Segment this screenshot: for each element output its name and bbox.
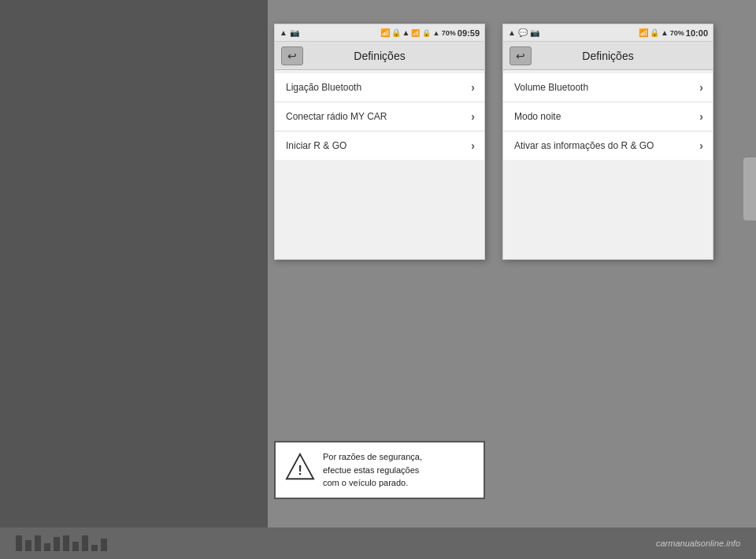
time-left: 09:59 bbox=[458, 28, 480, 38]
menu-list-right: Volume Bluetooth › Modo noite › Ativar a… bbox=[503, 70, 713, 163]
mark-8 bbox=[82, 535, 88, 551]
mark-5 bbox=[54, 537, 60, 551]
signal-bars-icon: ▲ bbox=[402, 28, 410, 37]
phone-screen-left: ▲ 📷 📶 🔒 ▲ 📶 🔒 ▲ 70% 09:59 ↩ Definições L… bbox=[274, 24, 485, 260]
phone-screen-right: ▲ 💬 📷 📶 🔒 ▲ 70% 10:00 ↩ Definições Volum… bbox=[502, 24, 713, 260]
status-bar-left: ▲ 📷 📶 🔒 ▲ 📶 🔒 ▲ 70% 09:59 bbox=[275, 24, 484, 42]
status-right-info: 📶 🔒 ▲ 📶 🔒 ▲ 70% 09:59 bbox=[380, 28, 480, 38]
menu-item-ativar-rgo[interactable]: Ativar as informações do R & GO › bbox=[503, 131, 713, 160]
page-background: ▲ 📷 📶 🔒 ▲ 📶 🔒 ▲ 70% 09:59 ↩ Definições L… bbox=[0, 0, 756, 559]
warning-box: ! Por razões de segurança, efectue estas… bbox=[274, 441, 485, 499]
mark-1 bbox=[16, 535, 22, 551]
menu-item-volume-bluetooth[interactable]: Volume Bluetooth › bbox=[503, 73, 713, 102]
chevron-icon-1-left: › bbox=[471, 110, 475, 123]
chevron-icon-2-left: › bbox=[471, 139, 475, 152]
menu-item-ativar-label: Ativar as informações do R & GO bbox=[514, 140, 654, 151]
chevron-icon-2-right: › bbox=[699, 139, 703, 152]
signal-icon-r: ▲ bbox=[508, 28, 516, 37]
menu-item-iniciar-rgo[interactable]: Iniciar R & GO › bbox=[275, 131, 484, 160]
menu-item-noite-label: Modo noite bbox=[514, 111, 561, 122]
menu-item-bluetooth-label: Ligação Bluetooth bbox=[286, 82, 361, 93]
header-left: ↩ Definições bbox=[275, 42, 484, 70]
left-dark-area bbox=[0, 0, 268, 559]
bottom-bar: carmanualsonline.info bbox=[0, 528, 756, 559]
warning-line2: efectue estas regulações bbox=[323, 464, 422, 477]
svg-text:!: ! bbox=[298, 463, 302, 478]
mark-3 bbox=[35, 535, 41, 551]
right-side-tab bbox=[743, 157, 756, 220]
status-left-icons: ▲ 📷 bbox=[280, 28, 299, 37]
menu-item-rgo-label: Iniciar R & GO bbox=[286, 140, 346, 151]
warning-line1: Por razões de segurança, bbox=[323, 450, 422, 464]
header-title-right: Definições bbox=[538, 50, 678, 62]
network-icon: 📶 bbox=[380, 28, 390, 37]
chevron-icon-0-left: › bbox=[471, 81, 475, 94]
mark-7 bbox=[72, 542, 79, 551]
menu-item-radio-label: Conectar rádio MY CAR bbox=[286, 111, 387, 122]
signal-bars-icon-r: ▲ bbox=[661, 28, 669, 37]
camera-icon: 📷 bbox=[290, 28, 299, 37]
mark-6 bbox=[63, 535, 69, 551]
battery-percent-left: 📶 🔒 ▲ 70% bbox=[411, 29, 455, 37]
battery-percent-right: 70% bbox=[670, 29, 684, 37]
status-bar-right: ▲ 💬 📷 📶 🔒 ▲ 70% 10:00 bbox=[503, 24, 713, 42]
chat-icon: 💬 bbox=[518, 28, 528, 37]
time-right: 10:00 bbox=[686, 28, 708, 38]
header-right: ↩ Definições bbox=[503, 42, 713, 70]
lock-icon: 🔒 bbox=[391, 28, 401, 37]
network-icon-r: 📶 bbox=[639, 28, 648, 37]
menu-item-bluetooth-connection[interactable]: Ligação Bluetooth › bbox=[275, 73, 484, 102]
mark-2 bbox=[25, 540, 32, 551]
barcode-marks bbox=[16, 535, 107, 551]
signal-icon: ▲ bbox=[280, 28, 287, 37]
back-arrow-icon-left: ↩ bbox=[287, 50, 297, 61]
menu-item-volume-label: Volume Bluetooth bbox=[514, 82, 588, 93]
mark-10 bbox=[101, 539, 107, 551]
lock-icon-r: 🔒 bbox=[650, 28, 659, 37]
chevron-icon-0-right: › bbox=[699, 81, 703, 94]
back-arrow-icon-right: ↩ bbox=[516, 50, 525, 61]
carmanuals-watermark: carmanualsonline.info bbox=[656, 539, 740, 548]
chevron-icon-1-right: › bbox=[699, 110, 703, 123]
status-right-left-icons: ▲ 💬 📷 bbox=[508, 28, 539, 37]
camera-icon-r: 📷 bbox=[530, 28, 539, 37]
menu-list-left: Ligação Bluetooth › Conectar rádio MY CA… bbox=[275, 70, 484, 163]
menu-item-radio-mycar[interactable]: Conectar rádio MY CAR › bbox=[275, 102, 484, 131]
warning-triangle-icon: ! bbox=[285, 452, 315, 482]
status-right-right-info: 📶 🔒 ▲ 70% 10:00 bbox=[639, 28, 708, 38]
menu-item-modo-noite[interactable]: Modo noite › bbox=[503, 102, 713, 131]
mark-4 bbox=[44, 543, 50, 551]
mark-9 bbox=[91, 545, 98, 551]
back-button-left[interactable]: ↩ bbox=[281, 46, 303, 65]
header-title-left: Definições bbox=[309, 50, 450, 62]
warning-text-block: Por razões de segurança, efectue estas r… bbox=[323, 450, 422, 490]
warning-line3: com o veículo parado. bbox=[323, 476, 422, 490]
back-button-right[interactable]: ↩ bbox=[510, 46, 532, 65]
